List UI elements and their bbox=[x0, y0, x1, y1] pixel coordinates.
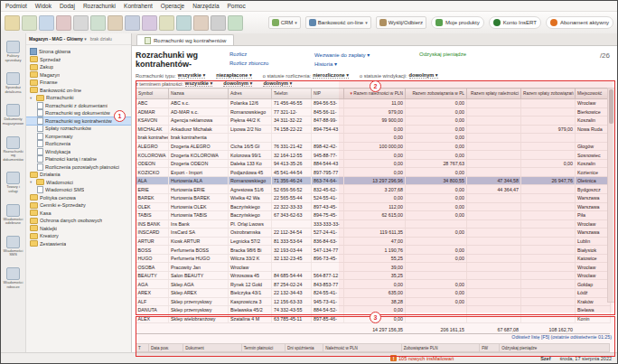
table-row[interactable]: TABISHurtownia TABISBaczyńskiego67 343-6… bbox=[136, 211, 611, 220]
column-header[interactable]: Dokument bbox=[183, 344, 241, 352]
rail-item[interactable]: Dokumenty magazynowe bbox=[1, 104, 25, 126]
table-row[interactable]: brak kontrahentbrak kontrahenta0,000,00 bbox=[136, 134, 611, 143]
table-row[interactable]: ALAHurtownia ALARomanowskiego71 356-46-2… bbox=[136, 176, 611, 185]
help-icon[interactable] bbox=[211, 15, 226, 31]
sidebar-item[interactable]: Wiadomości SMS bbox=[26, 186, 131, 194]
table-row[interactable]: ALFSklep przemysłowyKasprowicza 312 156-… bbox=[136, 297, 611, 306]
filter-dropdown[interactable]: dowolnym ▾ bbox=[409, 72, 438, 79]
sidebar-item[interactable]: ▾Wiadomości bbox=[26, 179, 131, 187]
sidebar-item[interactable]: Kreatory bbox=[26, 232, 131, 240]
menu-item[interactable]: Rozrachunki bbox=[83, 3, 116, 9]
table-row[interactable]: INSCARDInsCard SAOstrobramska22 112-34-5… bbox=[136, 229, 611, 238]
filter-dropdown[interactable]: dowolnym ▾ bbox=[263, 80, 292, 87]
sidebar-item[interactable]: Działania bbox=[26, 171, 131, 179]
sidebar-item[interactable]: Strona główna bbox=[26, 48, 131, 56]
rail-item[interactable]: Sprzedaż detaliczna bbox=[1, 72, 25, 94]
filter-dropdown[interactable]: wszystkie ▾ bbox=[185, 80, 212, 87]
table-row[interactable]: KOZICKOExport - ImportPodjazdowa 4545 54… bbox=[136, 168, 611, 177]
sidebar-item[interactable]: ▾Rozrachunki bbox=[26, 94, 131, 102]
rail-item[interactable]: Faktury sprzedaży bbox=[1, 41, 25, 62]
column-header[interactable]: NIP bbox=[312, 89, 344, 99]
sidebar-item[interactable]: Naklejki bbox=[26, 225, 131, 233]
sidebar-item[interactable]: Windykacja bbox=[26, 148, 131, 156]
delete-icon[interactable] bbox=[73, 15, 89, 31]
sidebar-item[interactable]: Rozliczenia pozostałych płatności bbox=[26, 163, 131, 172]
cash-icon[interactable] bbox=[142, 15, 157, 31]
send-receive-button[interactable]: Wyślij/Odbierz bbox=[376, 16, 426, 29]
warehouse-selector[interactable]: Magazyn - MAG - Główny ▾ bbox=[29, 36, 87, 42]
sidebar-item[interactable]: Spłaty rozrachunków bbox=[26, 125, 131, 133]
sidebar-item[interactable]: Zestawienia bbox=[26, 240, 131, 248]
column-header[interactable]: Miejscowość bbox=[576, 89, 611, 99]
column-header[interactable]: Razem spłaty należności bbox=[467, 89, 521, 99]
status-notification[interactable]: ! 105 nowych insMailowań bbox=[390, 355, 454, 361]
filter-icon[interactable] bbox=[125, 15, 140, 31]
menu-item[interactable]: Kontrahent bbox=[124, 3, 153, 9]
table-row[interactable]: ALEGRODrogeria ALEGROCicha 16/5 Gł76 331… bbox=[136, 142, 611, 151]
sidebar-item[interactable]: Bankowość on-line bbox=[26, 87, 131, 95]
sidebar-item[interactable]: Rozliczenia bbox=[26, 140, 131, 148]
settings-icon[interactable] bbox=[228, 15, 243, 31]
table-row[interactable]: AREXSklep AREXBielczyka 43/122 132-34-43… bbox=[136, 289, 611, 298]
table-row[interactable]: KOLOROWADrogeria KOLOROWAKolorowa 99/132… bbox=[136, 151, 611, 160]
table-row[interactable]: BOSSPerfumeria BOSSBracka 98/6 Bi32 193-… bbox=[136, 246, 611, 255]
sidebar-item[interactable]: Kompensaty bbox=[26, 133, 131, 141]
table-row[interactable]: ODEONDrogeria ODEONDaleka 133 Ko94 413-3… bbox=[136, 159, 611, 168]
column-header[interactable]: Razem zobowiązania w PL bbox=[406, 89, 467, 99]
column-header[interactable]: Data pow. bbox=[149, 344, 183, 352]
sidebar-item[interactable]: Ochrona danych osobowych bbox=[26, 217, 131, 225]
sidebar-item[interactable]: Zakup bbox=[26, 63, 131, 71]
sidebar-item[interactable]: Sprzedaż bbox=[26, 56, 131, 64]
calendar-icon[interactable] bbox=[176, 15, 192, 31]
print-icon[interactable] bbox=[56, 15, 71, 31]
menu-item[interactable]: Operacje bbox=[161, 3, 184, 9]
save-icon[interactable] bbox=[39, 15, 54, 31]
table-row[interactable]: ABCABC s.c.Polanka 12/671 456-46-55894-5… bbox=[136, 99, 611, 108]
my-products-badge[interactable]: Moje produkty bbox=[431, 16, 484, 29]
table-row[interactable]: AGASklep AGARynek 12 Gołd87 254-02-24843… bbox=[136, 280, 611, 289]
tab-rozrachunki-wg-kontrahentow[interactable]: Rozrachunki wg kontrahentów bbox=[136, 34, 234, 45]
expander-icon[interactable]: ▾ bbox=[30, 96, 34, 100]
menu-item[interactable]: Dodaj bbox=[60, 3, 75, 9]
rail-item[interactable]: Wiadomości odebrane bbox=[1, 204, 25, 226]
filter-dropdown[interactable]: nierozliczone ▾ bbox=[313, 72, 349, 79]
refresh-link[interactable]: Odśwież listę [F5] (ostatnie odświeżenie… bbox=[511, 334, 612, 340]
table-row[interactable]: HUGOPerfumeria HUGOWilcza 33/2 K32 132-2… bbox=[136, 254, 611, 263]
refresh-icon[interactable] bbox=[90, 15, 106, 31]
sidebar-item[interactable]: Kasa bbox=[26, 210, 131, 218]
branch-selector[interactable]: brak działu bbox=[90, 36, 112, 42]
table-row[interactable]: OSOBAPracowity JanWrocław39,00Wrocław bbox=[136, 263, 611, 272]
column-header[interactable]: T bbox=[136, 344, 149, 352]
menu-item[interactable]: Podmiot bbox=[5, 3, 27, 9]
scrollbar-thumb[interactable] bbox=[609, 89, 613, 124]
rail-item[interactable]: Wiadomości SMS bbox=[1, 236, 25, 257]
rail-item[interactable]: Towary i usługi bbox=[1, 172, 25, 193]
table-row[interactable]: OLEKHurtownia OLEKBaczyńskiego22 322-33-… bbox=[136, 202, 611, 211]
menu-item[interactable]: Pomoc bbox=[228, 3, 246, 9]
subscription-badge[interactable]: Abonament aktywny bbox=[546, 16, 613, 29]
action-link[interactable]: Rozlicz bbox=[229, 51, 314, 58]
sidebar-item[interactable]: Rozrachunki z dokumentami bbox=[26, 102, 131, 110]
table-row[interactable]: INS BANKIns BankPl. Orląt Lwows333-333-3… bbox=[136, 219, 611, 229]
column-header[interactable]: Symbol bbox=[136, 89, 169, 99]
chart-icon[interactable] bbox=[159, 15, 174, 31]
column-header[interactable]: Adres bbox=[229, 89, 272, 99]
table-row[interactable]: KSAVONAgencja reklamowaPiękna 44/2 K34 3… bbox=[136, 117, 611, 126]
sidebar-item[interactable]: Płatności kartą i ratalne bbox=[26, 155, 131, 163]
action-link[interactable]: Odzyskaj pieniądze bbox=[419, 51, 504, 58]
column-header[interactable]: Termin płatności bbox=[241, 344, 285, 352]
vertical-scrollbar[interactable] bbox=[607, 88, 615, 303]
table-row[interactable]: BAREKHurtownia BAREKWielka 42 Wa22 565-5… bbox=[136, 194, 611, 203]
table-row[interactable]: ARTURKiosk ARTURLegnicka 57/281 333-53-6… bbox=[136, 237, 611, 246]
column-header[interactable]: Dni spóźnienia bbox=[285, 344, 323, 352]
column-header[interactable]: Zobowiązanie PLN bbox=[401, 344, 479, 352]
sidebar-item[interactable]: Polityka cenowa bbox=[26, 194, 131, 202]
insert-account-badge[interactable]: Konto InsERT bbox=[489, 16, 541, 29]
column-header[interactable]: Należność w PLN bbox=[323, 344, 401, 352]
sidebar-item[interactable]: Cenniki e-Sprzedaży bbox=[26, 201, 131, 210]
action-link[interactable]: Historia ▾ bbox=[314, 61, 419, 67]
expander-icon[interactable]: ▾ bbox=[30, 180, 34, 184]
column-header[interactable]: Telefon bbox=[272, 89, 312, 99]
table-row[interactable]: MICHALAKArkadiusz MichalakLipowa 2/2 No7… bbox=[136, 125, 611, 134]
table-row[interactable]: ERIEHurtownia ERIEAgrestowa 51/652 656-5… bbox=[136, 185, 611, 194]
